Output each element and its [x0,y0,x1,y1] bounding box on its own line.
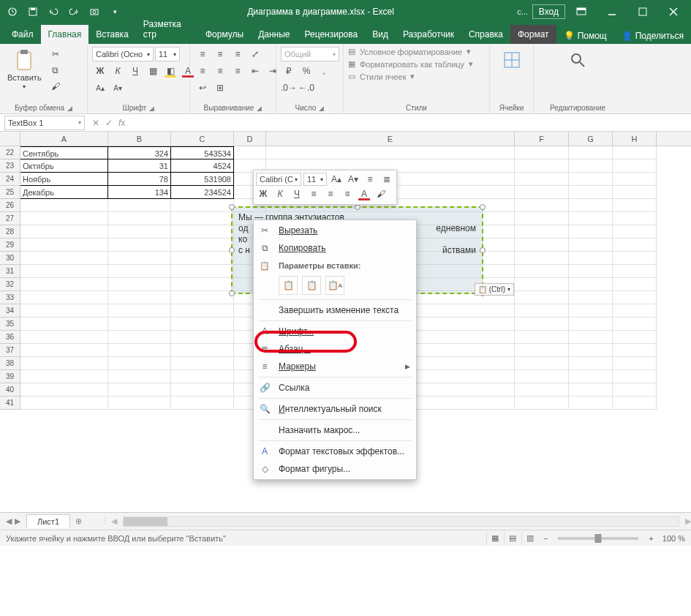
mini-font-combo[interactable]: Calibri (С▾ [256,173,301,186]
cell[interactable]: 31 [108,159,171,173]
cell[interactable] [108,225,171,238]
cell[interactable] [171,265,234,278]
cell[interactable] [20,344,108,357]
cell[interactable] [613,397,657,410]
cell[interactable] [171,397,234,410]
menu-smart-lookup[interactable]: 🔍Интеллектуальный поиск [254,400,416,418]
font-dialog-launcher[interactable]: ◢ [149,105,154,112]
minimize-button[interactable] [597,1,627,22]
paste-button[interactable]: Вставить ▾ [4,47,45,91]
cell[interactable] [613,370,657,383]
tab-home[interactable]: Главная [41,25,89,44]
number-format-combo[interactable]: Общий▾ [281,47,339,61]
cell[interactable]: 4524 [171,159,234,173]
col-header-C[interactable]: C [171,132,234,146]
row-header[interactable]: 40 [0,383,20,397]
paste-merge[interactable]: 📋 [302,276,321,295]
cell[interactable] [515,383,569,397]
cell[interactable] [613,278,657,291]
qat-dropdown-icon[interactable]: ▾ [105,3,124,20]
cell[interactable] [613,146,657,159]
cell[interactable] [171,331,234,344]
cell[interactable] [515,370,569,383]
cell[interactable] [234,146,266,159]
tab-review[interactable]: Рецензирова [298,25,366,44]
cell[interactable] [20,370,108,383]
cell[interactable] [20,357,108,370]
menu-text-effects[interactable]: AФормат текстовых эффектов... [254,443,416,460]
cell[interactable] [20,331,108,344]
cell[interactable] [108,344,171,357]
cell[interactable] [515,331,569,344]
zoom-level[interactable]: 100 % [662,534,685,543]
cell[interactable] [569,146,613,159]
menu-cut[interactable]: ✂Вырезать [254,222,416,239]
cell[interactable]: 531908 [171,173,234,186]
tab-formulas[interactable]: Формулы [198,25,251,44]
cell[interactable] [515,199,569,212]
cell[interactable]: 234524 [171,186,234,199]
number-dialog-launcher[interactable]: ◢ [319,105,324,112]
cell[interactable] [171,357,234,370]
cell[interactable] [613,304,657,318]
cell[interactable] [515,397,569,410]
cell[interactable] [171,291,234,304]
decrease-decimal-button[interactable]: ←.0 [298,80,314,95]
cell[interactable]: Ноябрь [20,173,108,186]
cell[interactable] [108,331,171,344]
cell[interactable] [171,383,234,397]
italic-button[interactable]: К [110,64,126,78]
tab-developer[interactable]: Разработчик [396,25,461,44]
view-page-break-button[interactable]: ▥ [521,532,539,545]
align-middle-button[interactable]: ≡ [212,47,228,61]
cell[interactable] [108,278,171,291]
col-header-B[interactable]: B [108,132,171,146]
cell[interactable] [171,238,234,252]
paste-text-only[interactable]: 📋A [325,276,344,295]
fill-color-button[interactable]: ◧ [162,64,178,78]
menu-shape-format[interactable]: ◇Формат фигуры... [254,460,416,478]
cell[interactable]: Октябрь [20,159,108,173]
mini-italic[interactable]: К [273,187,287,200]
border-button[interactable]: ▦ [145,64,161,78]
row-header[interactable]: 39 [0,370,20,383]
cell[interactable] [515,344,569,357]
cell[interactable] [515,278,569,291]
cell[interactable] [515,357,569,370]
cell[interactable] [108,238,171,252]
tab-page-layout[interactable]: Разметка стр [136,15,198,44]
sheet-tab-1[interactable]: Лист1 [26,514,70,528]
cell[interactable] [20,265,108,278]
menu-paragraph[interactable]: ≣Абзац... [254,340,416,358]
row-header[interactable]: 28 [0,225,20,238]
save-icon[interactable] [23,3,42,20]
fx-icon[interactable]: fx [118,118,125,128]
increase-decimal-button[interactable]: .0→ [281,80,297,95]
tab-help[interactable]: Справка [461,25,510,44]
copy-icon[interactable]: ⧉ [48,63,64,78]
cell[interactable] [613,186,657,199]
mini-align-left[interactable]: ≡ [306,187,321,200]
cell[interactable] [108,383,171,397]
undo-icon[interactable] [44,3,63,20]
row-header[interactable]: 27 [0,212,20,225]
cell[interactable] [569,265,613,278]
cell[interactable] [515,265,569,278]
grow-font-button[interactable]: A▴ [92,80,108,95]
cell[interactable] [613,238,657,252]
cell[interactable] [171,212,234,225]
row-header[interactable]: 23 [0,159,20,173]
editing-button[interactable] [563,47,592,73]
cell[interactable] [569,344,613,357]
row-header[interactable]: 34 [0,304,20,318]
cell[interactable] [569,370,613,383]
mini-grow-font[interactable]: A▴ [329,173,344,186]
cell[interactable] [569,238,613,252]
name-box[interactable]: TextBox 1▾ [4,116,85,130]
underline-button[interactable]: Ч [127,64,143,78]
maximize-button[interactable] [628,1,657,22]
cell[interactable] [108,291,171,304]
mini-font-color[interactable]: A [357,187,371,200]
cell[interactable] [569,199,613,212]
orientation-button[interactable]: ⤢ [247,47,263,61]
